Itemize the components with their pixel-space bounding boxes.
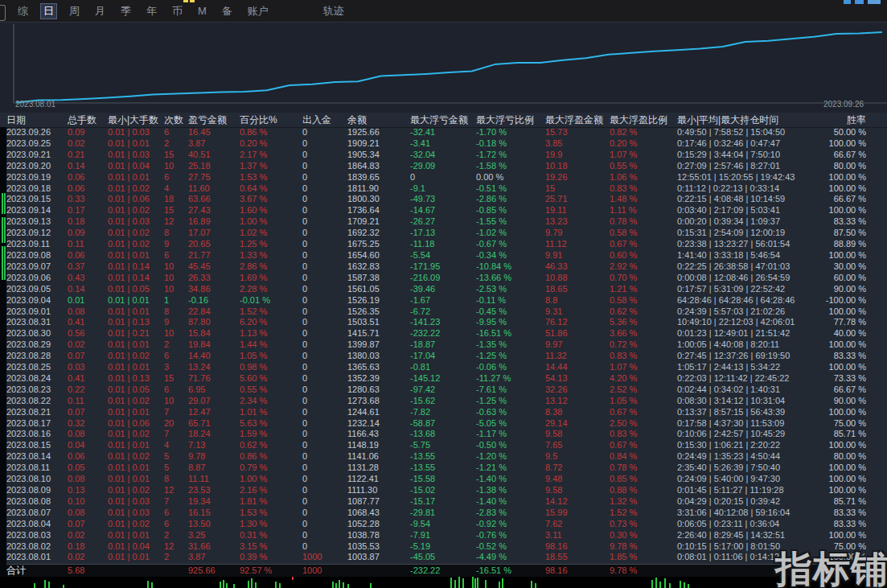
cell: 0:15:30 | 1:06:21 | 2:20:22 [677,440,822,451]
table-row[interactable]: 2023.09.010.080.01 | 0.01822.841.52 %015… [0,306,887,318]
table-row[interactable]: 2023.09.210.210.01 | 0.031540.512.17 %01… [0,150,887,161]
column-header[interactable]: 最大浮盈比例 [610,113,677,127]
table-row[interactable]: 2023.08.280.070.01 | 0.02614.401.05 %013… [0,351,887,362]
table-row[interactable]: 2023.08.140.060.01 | 0.0259.780.86 %0114… [0,451,887,463]
table-row[interactable]: 2023.09.180.060.01 | 0.02411.600.64 %018… [0,183,887,195]
trade-tick-green [48,582,50,588]
column-header[interactable]: 最大浮亏比例 [476,113,545,127]
table-row[interactable]: 2023.09.250.020.01 | 0.0123.870.20 %0190… [0,138,887,150]
cell: 1925.66 [347,127,410,138]
table-row[interactable]: 2023.08.310.410.01 | 0.13987.806.20 %015… [0,317,887,328]
cell: 1632.83 [347,261,410,273]
cell: 0.67 % [610,440,677,451]
cell: 2023.08.29 [0,339,68,351]
table-row[interactable]: 2023.09.150.330.01 | 0.061863.663.67 %01… [0,194,887,205]
total-cell: 925.66 [188,565,240,577]
cell: 6 [164,384,188,396]
column-header[interactable]: 盈亏金额 [188,113,240,127]
cell: 2023.08.10 [0,474,68,485]
table-row[interactable]: 2023.08.290.020.01 | 0.01219.841.44 %013… [0,339,887,351]
cell: 0 [302,396,347,407]
tab-9[interactable]: 备 [219,3,236,19]
table-row[interactable]: 2023.08.220.110.01 | 0.021029.072.34 %01… [0,396,887,407]
cell: 90.00 % [822,284,887,295]
table-row[interactable]: 2023.08.080.100.01 | 0.03719.341.81 %010… [0,496,887,508]
cell: 100.00 % [822,463,887,474]
tab-trail[interactable]: 轨迹 [323,4,344,19]
table-row[interactable]: 2023.08.150.040.01 | 0.0147.130.62 %0114… [0,440,887,451]
table-row[interactable]: 2023.09.060.430.01 | 0.141026.331.69 %01… [0,273,887,284]
table-row[interactable]: 2023.08.030.020.01 | 0.0123.250.31 %0103… [0,530,887,541]
column-header[interactable]: 百分比% [240,113,302,127]
table-row[interactable]: 2023.09.140.170.01 | 0.021527.431.60 %01… [0,205,887,216]
column-header[interactable]: 最小|平均|最大持仓时间 [677,113,822,127]
tab-4[interactable]: 月 [92,3,109,19]
column-header[interactable]: 最小|大手数 [108,113,164,127]
cell: 2023.08.21 [0,407,68,418]
tab-3[interactable]: 周 [66,3,83,19]
table-row[interactable]: 2023.08.010.020.01 | 0.0123.870.39 %1000… [0,552,887,563]
cell: 100.00 % [822,530,887,541]
table-row[interactable]: 2023.08.250.030.01 | 0.01313.240.98 %013… [0,362,887,373]
cell: 98.16 [545,541,610,553]
table-row[interactable]: 2023.08.100.080.01 | 0.01811.111.00 %011… [0,474,887,485]
table-row[interactable]: 2023.08.160.080.01 | 0.02718.241.59 %011… [0,429,887,440]
table-row[interactable]: 2023.08.210.070.01 | 0.01712.471.01 %012… [0,407,887,418]
cell: 27.43 [188,205,240,216]
cell: 0:01:23 | 12:49:01 | 21:51:42 [677,328,822,339]
tab-8[interactable]: M [195,4,210,18]
table-row[interactable]: 2023.08.230.220.01 | 0.0566.950.55 %0128… [0,384,887,396]
table-row[interactable]: 2023.09.080.060.01 | 0.01621.771.33 %016… [0,250,887,261]
table-row[interactable]: 2023.09.200.140.01 | 0.041025.181.37 %01… [0,161,887,172]
cell: 0:17:46 | 0:32:46 | 0:47:47 [677,138,822,150]
column-header[interactable]: 次数 [164,113,188,127]
table-row[interactable]: 2023.08.040.070.01 | 0.02613.501.30 %010… [0,519,887,530]
trade-tick-green [347,584,349,588]
column-header[interactable]: 余额 [347,113,410,127]
table-row[interactable]: 2023.08.020.180.01 | 0.041231.663.15 %01… [0,541,887,553]
table-row[interactable]: 2023.08.170.320.01 | 0.062065.715.63 %01… [0,418,887,430]
cell: 2023.08.24 [0,373,68,384]
tab-6[interactable]: 年 [143,3,160,19]
table-row[interactable]: 2023.08.110.050.01 | 0.0158.870.79 %0113… [0,463,887,474]
table-row[interactable]: 2023.08.090.130.01 | 0.021223.532.16 %01… [0,485,887,496]
trade-tick-green [248,581,249,588]
table-row[interactable]: 2023.08.300.560.01 | 0.211015.841.13 %01… [0,328,887,339]
tab-5[interactable]: 季 [117,3,134,19]
column-header[interactable]: 日期 [0,113,68,127]
table-row[interactable]: 2023.08.240.410.01 | 0.131571.765.60 %01… [0,373,887,384]
table-row[interactable]: 2023.09.040.010.01 | 0.011-0.16-0.01 %01… [0,295,887,306]
cell: 2023.08.16 [0,429,68,440]
table-row[interactable]: 2023.09.050.140.01 | 0.051034.862.28 %01… [0,284,887,295]
cell: 0.01 | 0.01 [108,138,164,150]
cell: 10 [164,328,188,339]
cell: -17.13 [410,228,476,239]
cell: 66.67 % [822,150,887,161]
column-header[interactable]: 总手数 [68,113,108,127]
cell: 87.80 [188,317,240,328]
table-row[interactable]: 2023.09.260.090.01 | 0.03616.450.86 %019… [0,127,887,138]
table-row[interactable]: 2023.08.070.080.01 | 0.03616.151.53 %010… [0,508,887,519]
cell: 1.07 % [610,362,677,373]
cell: 0.01 | 0.02 [108,451,164,463]
cell: 2023.08.11 [0,463,68,474]
column-header[interactable]: 出入金 [302,113,347,127]
table-row[interactable]: 2023.09.070.370.01 | 0.141045.452.86 %01… [0,261,887,273]
tab-1[interactable]: 综 [14,3,31,19]
column-header[interactable]: 最大浮亏金额 [410,113,476,127]
cell: 0:24:39 | 5:57:03 | 21:02:26 [677,306,822,318]
tab-10[interactable]: 账户 [244,3,272,19]
cell: 0 [302,474,347,485]
tab-7[interactable]: 币 [169,3,186,19]
column-header[interactable]: 最大浮盈金额 [545,113,610,127]
cell: -17.04 [410,351,476,362]
table-row[interactable]: 2023.09.110.110.01 | 0.02920.651.25 %016… [0,239,887,250]
column-header[interactable]: 胜率 [822,113,887,127]
cell: 23.53 [188,485,240,496]
table-row[interactable]: 2023.09.130.180.01 | 0.031216.891.00 %01… [0,216,887,228]
table-row[interactable]: 2023.09.120.090.01 | 0.02817.071.02 %016… [0,228,887,239]
tab-2[interactable]: 日 [40,3,57,19]
table-row[interactable]: 2023.09.190.060.01 | 0.01627.751.53 %018… [0,172,887,183]
cell: 2:35:40 | 5:26:39 | 7:50:40 [677,463,822,474]
cell: 1:05:17 | 2:44:13 | 5:34:22 [677,362,822,373]
